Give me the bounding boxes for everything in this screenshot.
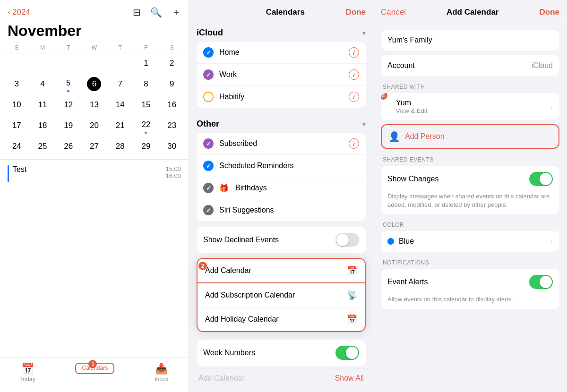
nav-calendars[interactable]: Calendars 1 [75, 363, 114, 383]
show-declined-toggle[interactable] [335, 233, 359, 247]
color-name: Blue [399, 237, 542, 246]
back-button[interactable]: ‹ 2024 [8, 7, 30, 17]
cal-day-12[interactable]: 12 [55, 95, 81, 116]
calendars-done-button[interactable]: Done [346, 8, 366, 17]
event-name[interactable]: Test [13, 165, 26, 174]
cal-day-21[interactable]: 21 [107, 116, 133, 136]
show-declined-label: Show Declined Events [203, 236, 279, 244]
weekday-thu: T [107, 43, 133, 53]
list-item-habitify[interactable]: Habitify i [197, 86, 366, 108]
cal-day-25[interactable]: 25 [30, 136, 56, 157]
show-changes-toggle[interactable] [529, 172, 553, 186]
siri-check-icon: ✓ [203, 205, 214, 215]
display-icon[interactable]: ⊟ [133, 7, 141, 18]
cal-day-empty [30, 53, 56, 74]
name-input-row [381, 30, 559, 51]
list-item-birthdays[interactable]: ✓ 🎁 Birthdays [197, 177, 366, 199]
habitify-info-button[interactable]: i [349, 92, 359, 102]
icloud-label: iCloud [197, 28, 223, 38]
cal-day-19[interactable]: 19 [55, 116, 81, 136]
reminders-check-icon: ✓ [203, 161, 214, 171]
color-row[interactable]: Blue › [381, 231, 559, 252]
cal-day-1[interactable]: 1 [133, 53, 159, 74]
show-changes-description: Display messages when shared events on t… [381, 192, 559, 214]
habitify-cal-name: Habitify [219, 93, 343, 101]
weekday-sun: S [4, 43, 30, 53]
dropdown-add-holiday[interactable]: Add Holiday Calendar 📅 [198, 307, 365, 331]
cal-day-27[interactable]: 27 [81, 136, 107, 157]
other-chevron-icon: ▾ [362, 120, 366, 128]
cal-day-11[interactable]: 11 [30, 95, 56, 116]
cal-day-6-today[interactable]: 6 [81, 74, 107, 95]
color-label: COLOR [381, 222, 559, 228]
bottom-nav: 📅 Today Calendars 1 📥 Inbox [0, 358, 189, 392]
cal-day-5[interactable]: 5 [55, 74, 81, 95]
icloud-cal-list: ✓ Home i ✓ Work i Habitify i [197, 42, 366, 108]
shared-person-row[interactable]: 3 Yum View & Edit › [381, 93, 559, 120]
list-item-home[interactable]: ✓ Home i [197, 42, 366, 64]
cal-day-10[interactable]: 10 [4, 95, 30, 116]
cancel-button[interactable]: Cancel [381, 8, 406, 17]
cal-day-18[interactable]: 18 [30, 116, 56, 136]
account-block: Account iCloud [381, 55, 559, 76]
week-numbers-toggle[interactable] [335, 346, 359, 360]
dropdown-add-calendar[interactable]: Add Calendar 📅 [197, 258, 366, 283]
work-info-button[interactable]: i [349, 69, 359, 80]
home-info-button[interactable]: i [349, 47, 359, 58]
cal-day-30[interactable]: 30 [159, 136, 185, 157]
cal-day-7[interactable]: 7 [107, 74, 133, 95]
cal-day-23[interactable]: 23 [159, 116, 185, 136]
add-calendar-header: Cancel Add Calendar Done [373, 0, 567, 22]
nav-today[interactable]: 📅 Today [20, 363, 35, 383]
add-person-row[interactable]: 👤 Add Person [381, 124, 559, 149]
cal-day-29[interactable]: 29 [133, 136, 159, 157]
list-item-scheduled-reminders[interactable]: ✓ Scheduled Reminders [197, 155, 366, 177]
cal-day-15[interactable]: 15 [133, 95, 159, 116]
list-item-siri-suggestions[interactable]: ✓ Siri Suggestions [197, 199, 366, 221]
account-label: Account [387, 61, 527, 70]
dropdown-add-subscription[interactable]: Add Subscription Calendar 📡 [198, 283, 365, 307]
birthdays-check-icon: ✓ [203, 183, 214, 193]
event-alerts-toggle[interactable] [529, 275, 553, 289]
search-icon[interactable]: 🔍 [150, 7, 162, 18]
list-item-subscribed[interactable]: ✓ Subscribed i [197, 133, 366, 155]
cal-day-4[interactable]: 4 [30, 74, 56, 95]
cal-day-16[interactable]: 16 [159, 95, 185, 116]
list-item-work[interactable]: ✓ Work i [197, 64, 366, 86]
home-check-icon: ✓ [203, 47, 214, 58]
cal-day-9[interactable]: 9 [159, 74, 185, 95]
reminders-cal-name: Scheduled Reminders [219, 162, 359, 170]
cal-day-26[interactable]: 26 [55, 136, 81, 157]
subscribed-info-button[interactable]: i [349, 138, 359, 149]
cal-day-14[interactable]: 14 [107, 95, 133, 116]
add-event-icon[interactable]: ＋ [172, 6, 181, 18]
cal-day-3[interactable]: 3 [4, 74, 30, 95]
cal-day-17[interactable]: 17 [4, 116, 30, 136]
account-row[interactable]: Account iCloud [381, 55, 559, 76]
event-times: 15:00 16:00 [165, 165, 181, 179]
calendar-name-input[interactable] [387, 36, 553, 44]
cal-day-22[interactable]: 22 [133, 116, 159, 136]
show-all-button[interactable]: Show All [335, 374, 364, 383]
calendar-grid: 1 2 3 4 5 6 7 8 9 10 11 12 13 14 15 16 1… [0, 53, 189, 157]
cal-day-20[interactable]: 20 [81, 116, 107, 136]
nav-inbox[interactable]: 📥 Inbox [155, 363, 168, 383]
cal-day-2[interactable]: 2 [159, 53, 185, 74]
add-calendar-title: Add Calendar [406, 8, 540, 17]
cal-day-13[interactable]: 13 [81, 95, 107, 116]
color-swatch-blue [387, 238, 394, 245]
home-cal-name: Home [219, 48, 343, 57]
calendars-modal-title: Calendars [225, 8, 346, 17]
event-alerts-row: Event Alerts [381, 269, 559, 295]
add-calendar-done-button[interactable]: Done [540, 8, 560, 17]
birthdays-cal-name: Birthdays [235, 184, 359, 192]
calendars-footer: Add Calendar Show All [189, 368, 373, 392]
weekdays-row: S M T W T F S [0, 43, 189, 53]
cal-day-28[interactable]: 28 [107, 136, 133, 157]
cal-day-8[interactable]: 8 [133, 74, 159, 95]
cal-day-24[interactable]: 24 [4, 136, 30, 157]
calendars-modal: Calendars Done iCloud ▾ ✓ Home i ✓ Work … [189, 0, 373, 392]
other-cal-list: ✓ Subscribed i ✓ Scheduled Reminders ✓ 🎁… [197, 133, 366, 221]
show-declined-item: Show Declined Events [197, 227, 366, 253]
inbox-icon: 📥 [155, 363, 168, 375]
